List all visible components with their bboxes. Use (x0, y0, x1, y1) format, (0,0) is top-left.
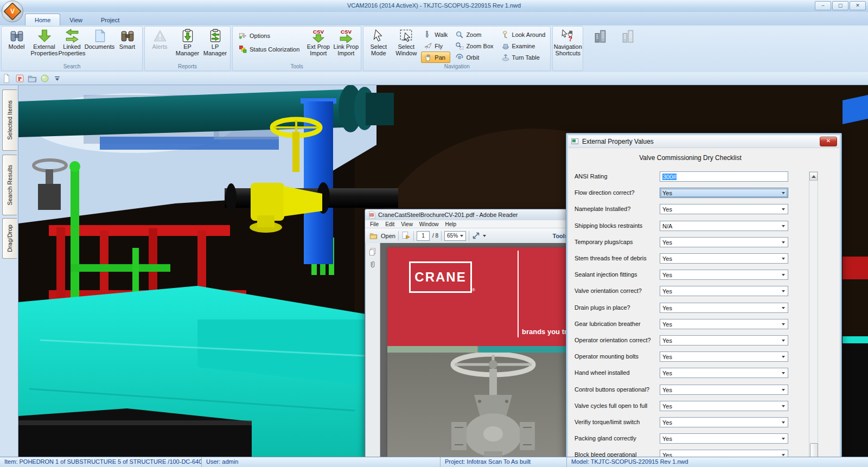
status-colorization-button[interactable]: Status Colorization (236, 43, 302, 55)
orbit-button[interactable]: Orbit (452, 52, 496, 63)
open-button[interactable]: Open (368, 232, 395, 240)
link-prop-import-button[interactable]: CSVLink Prop Import (332, 27, 360, 63)
registered-mark: ® (472, 287, 475, 292)
sidebar-tab-drag-drop[interactable]: Drag/Drop (2, 218, 17, 259)
shipping-blocks-restraints-select[interactable]: N/A (660, 221, 788, 231)
gear-lubrication-breather-select[interactable]: Yes (660, 319, 788, 329)
look-around-button[interactable]: Look Around (499, 29, 548, 40)
field-label-drain-plugs-in-place: Drain plugs in place? (575, 304, 659, 311)
model-button[interactable]: Model (3, 27, 30, 63)
dialog-title-bar[interactable]: External Property Values ✕ (569, 136, 839, 148)
temporary-plugs-caps-select[interactable]: Yes (660, 237, 788, 247)
reader-menu-view[interactable]: View (398, 221, 416, 227)
ansi-rating-input[interactable]: 300# (660, 171, 788, 182)
select-value: Yes (662, 288, 672, 295)
pan-button[interactable]: Pan (421, 52, 450, 63)
field-label-shipping-blocks-restraints: Shipping blocks restraints (575, 222, 659, 229)
paperclip-icon[interactable] (368, 260, 377, 269)
smart-button[interactable]: Smart (113, 27, 141, 63)
sidebar-tab-selected-items[interactable]: Selected Items (2, 89, 17, 151)
icon-button[interactable] (614, 27, 642, 63)
input-value: 300# (662, 174, 676, 180)
packing-gland-correctly-select[interactable]: Yes (660, 433, 788, 444)
reader-title-bar[interactable]: PDF CraneCastSteelBrochureCV-201.pdf - A… (365, 209, 573, 220)
fly-button[interactable]: Fly (421, 40, 450, 52)
options-button[interactable]: Options (236, 30, 302, 41)
tab-project[interactable]: Project (92, 14, 129, 25)
dialog-scrollbar[interactable] (809, 171, 818, 467)
nameplate-installed-select[interactable]: Yes (660, 204, 788, 214)
walk-button[interactable]: Walk (421, 29, 450, 40)
clipboard-down-arrow-icon (181, 29, 195, 43)
flow-direction-correct-select[interactable]: Yes (660, 188, 788, 198)
title-bar[interactable]: VCAM2016 (2014 ActiveX) - TKJTC-SCOPUS-2… (0, 0, 868, 12)
pages-icon[interactable] (368, 247, 377, 256)
linked-properties-button[interactable]: Linked Properties (58, 27, 86, 63)
lp-manager-button[interactable]: LP Manager (201, 27, 229, 63)
open-button-label: Open (381, 233, 395, 239)
field-label-verifiy-torque-limit-switch: Verifiy torque/limit switch (575, 419, 659, 425)
pdf-page[interactable]: CRANE ® brands you trust (387, 247, 573, 467)
options-icon (239, 31, 247, 40)
application-window: VCAM2016 (2014 ActiveX) - TKJTC-SCOPUS-2… (0, 0, 868, 467)
page-number-input[interactable]: 1 (417, 231, 430, 241)
publish-p-icon[interactable]: P (15, 74, 24, 83)
chevron-down-glyph (782, 208, 785, 210)
sidebar-tab-label: Search Results (7, 165, 13, 206)
minimize-icon[interactable]: – (815, 1, 831, 10)
chevron-down-icon (779, 238, 788, 247)
ep-manager-button[interactable]: EP Manager (174, 27, 201, 63)
scroll-up-button[interactable] (809, 172, 818, 181)
hand-wheel-installed-select[interactable]: Yes (660, 368, 788, 378)
globe-icon[interactable] (40, 74, 49, 83)
reader-menu-edit[interactable]: Edit (382, 221, 397, 227)
navigation-shortcuts-button[interactable]: ?Navigation Shortcuts (554, 27, 582, 63)
examine-button[interactable]: Examine (499, 40, 548, 52)
tab-home[interactable]: Home (25, 14, 60, 25)
chevron-down-icon[interactable] (483, 235, 486, 237)
small-button-stack: OptionsStatus Colorization (234, 27, 304, 63)
reader-menu-window[interactable]: Window (417, 221, 442, 227)
icon-button[interactable] (586, 27, 614, 63)
share-icon[interactable] (401, 231, 411, 240)
verifiy-torque-limit-switch-select[interactable]: Yes (660, 417, 788, 427)
zoom-button[interactable]: Zoom (452, 29, 496, 40)
reader-menu-file[interactable]: File (367, 221, 381, 227)
close-icon[interactable]: ✕ (820, 137, 837, 146)
zoom-box-button[interactable]: Zoom Box (452, 40, 496, 52)
sidebar-tab-search-results[interactable]: Search Results (2, 155, 17, 215)
svg-text:?: ? (568, 35, 572, 43)
zoom-level-select[interactable]: 65% (444, 231, 466, 241)
customize-toolbar-icon[interactable] (53, 74, 62, 83)
external-properties-button[interactable]: External Properties (30, 27, 58, 63)
window-controls: – ▢ ✕ (815, 1, 866, 10)
stem-threads-free-of-debris-select[interactable]: Yes (660, 253, 788, 264)
field-label-temporary-plugs-caps: Temporary plugs/caps (575, 239, 659, 245)
documents-button[interactable]: Documents (86, 27, 113, 63)
control-buttons-operational-select[interactable]: Yes (660, 385, 788, 395)
select-mode-button[interactable]: Select Mode (365, 27, 392, 63)
operator-orientation-correct-select[interactable]: Yes (660, 335, 788, 346)
maximize-icon[interactable]: ▢ (832, 1, 848, 10)
fit-page-button[interactable] (472, 232, 480, 240)
reader-menu-help[interactable]: Help (442, 221, 459, 227)
valve-cycles-full-open-to-full-select[interactable]: Yes (660, 401, 788, 411)
valve-orientation-correct-select[interactable]: Yes (660, 286, 788, 296)
select-window-button[interactable]: Select Window (392, 27, 420, 63)
chevron-down-glyph (782, 258, 785, 260)
chevron-down-icon (779, 188, 788, 197)
new-document-icon[interactable] (3, 74, 12, 83)
ext-prop-import-button[interactable]: CSVExt Prop Import (304, 27, 332, 63)
button-label: Documents (85, 43, 115, 50)
operator-mounting-bolts-select[interactable]: Yes (660, 351, 788, 362)
ribbon-group-label: Reports (145, 63, 230, 71)
turn-table-button[interactable]: Turn Table (499, 52, 548, 63)
drain-plugs-in-place-select[interactable]: Yes (660, 303, 788, 313)
sealant-injection-fittings-select[interactable]: Yes (660, 270, 788, 280)
open-folder-small-icon[interactable] (28, 74, 37, 83)
chevron-down-icon (779, 303, 788, 312)
close-icon[interactable]: ✕ (850, 1, 866, 10)
tab-view[interactable]: View (60, 14, 92, 25)
svg-text:CSV: CSV (341, 29, 352, 35)
application-menu-button[interactable]: V (2, 1, 23, 22)
